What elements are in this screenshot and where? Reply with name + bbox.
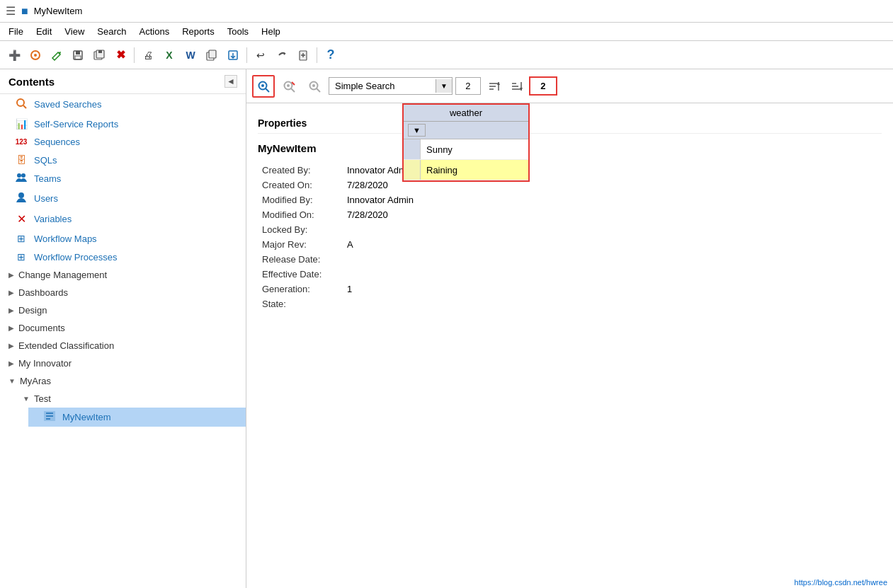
svg-point-19 <box>261 84 264 87</box>
sidebar-item-workflow-maps[interactable]: ⊞ Workflow Maps <box>0 229 246 248</box>
weather-option-raining[interactable]: Raining <box>421 162 528 178</box>
menu-edit[interactable]: Edit <box>30 25 57 38</box>
redo-button[interactable] <box>272 45 292 65</box>
sort-descending-button[interactable] <box>506 76 526 96</box>
sidebar-collapse-button[interactable]: ◄ <box>224 75 237 88</box>
undo-button[interactable]: ↩ <box>251 45 271 65</box>
weather-option-sunny[interactable]: Sunny <box>421 142 528 158</box>
group-change-management[interactable]: ▶ Change Management <box>0 266 246 284</box>
sort-ascending-button[interactable] <box>484 76 504 96</box>
main-layout: Contents ◄ Saved Searches 📊 Self-Service… <box>0 69 893 588</box>
svg-line-13 <box>23 105 26 108</box>
table-row: Release Date: <box>258 252 882 267</box>
sidebar-title: Contents <box>8 76 55 88</box>
group-design[interactable]: ▶ Design <box>0 301 246 319</box>
export-button[interactable] <box>223 45 243 65</box>
weather-option-row-sunny[interactable]: Sunny <box>404 139 528 160</box>
edit-button[interactable] <box>47 45 67 65</box>
users-icon <box>14 192 28 205</box>
search-result-count[interactable] <box>529 76 557 96</box>
svg-rect-3 <box>76 51 80 54</box>
sidebar-scroll[interactable]: Saved Searches 📊 Self-Service Reports 12… <box>0 94 246 588</box>
menu-reports[interactable]: Reports <box>176 25 220 38</box>
svg-point-14 <box>17 173 21 178</box>
teams-label: Teams <box>34 173 61 184</box>
sidebar-header: Contents ◄ <box>0 69 246 94</box>
sidebar-item-sqls[interactable]: 🗄 SQLs <box>0 151 246 169</box>
search-execute-button[interactable] <box>252 75 275 98</box>
test-children: MyNewItem <box>17 408 246 427</box>
search-clear-button[interactable] <box>278 75 300 98</box>
generation-value: 1 <box>343 282 882 296</box>
excel-button[interactable]: X <box>159 45 179 65</box>
sidebar-item-mynewitem[interactable]: MyNewItem <box>28 408 246 427</box>
weather-dropdown-controls: ▼ <box>404 122 528 139</box>
svg-line-27 <box>317 88 320 92</box>
group-documents[interactable]: ▶ Documents <box>0 319 246 337</box>
svg-point-12 <box>17 99 24 106</box>
table-row: Locked By: <box>258 222 882 237</box>
sidebar-item-workflow-processes[interactable]: ⊞ Workflow Processes <box>0 248 246 266</box>
weather-option-row-raining[interactable]: Raining <box>404 160 528 180</box>
group-dashboards[interactable]: ▶ Dashboards <box>0 284 246 301</box>
sidebar-item-sequences[interactable]: 123 Sequences <box>0 133 246 151</box>
item-name: MyNewItem <box>258 142 882 154</box>
chevron-right-icon: ▶ <box>8 342 14 350</box>
help-button[interactable]: ? <box>321 45 341 65</box>
status-bar-url: https://blog.csdn.net/hwree <box>795 578 887 587</box>
hamburger-icon[interactable]: ☰ <box>6 4 16 18</box>
effective-date-label: Effective Date: <box>258 267 343 282</box>
weather-dropdown-header: weather <box>404 105 528 122</box>
svg-point-22 <box>287 84 290 87</box>
search-type-select[interactable]: ▼ <box>329 77 453 95</box>
modified-on-value: 7/28/2020 <box>343 207 882 222</box>
menu-actions[interactable]: Actions <box>134 25 176 38</box>
mynewitem-icon <box>42 411 57 423</box>
delete-button[interactable]: ✖ <box>110 45 130 65</box>
mynewitem-label: MyNewItem <box>62 412 111 422</box>
sidebar-item-teams[interactable]: Teams <box>0 169 246 188</box>
sqls-label: SQLs <box>34 155 57 166</box>
menu-tools[interactable]: Tools <box>222 25 254 38</box>
table-row: Modified By: Innovator Admin <box>258 192 882 207</box>
title-bar: ☰ ■ MyNewItem <box>0 0 893 23</box>
sequences-icon: 123 <box>14 138 28 146</box>
chevron-right-icon: ▶ <box>8 359 14 367</box>
table-row: Major Rev: A <box>258 237 882 252</box>
variables-icon: ✕ <box>14 212 28 226</box>
sidebar-item-variables[interactable]: ✕ Variables <box>0 209 246 229</box>
search-count-input[interactable] <box>455 77 481 95</box>
save-copy-button[interactable] <box>89 45 109 65</box>
chevron-right-icon: ▶ <box>8 306 14 314</box>
sidebar-item-saved-searches[interactable]: Saved Searches <box>0 94 246 115</box>
print-button[interactable]: 🖨 <box>138 45 158 65</box>
content-area: ▼ <box>246 69 893 588</box>
word-button[interactable]: W <box>181 45 200 65</box>
new-doc-button[interactable] <box>293 45 313 65</box>
copy-button[interactable] <box>202 45 222 65</box>
state-label: State: <box>258 296 343 311</box>
table-row: State: <box>258 296 882 311</box>
menu-file[interactable]: File <box>3 25 29 38</box>
save-button[interactable] <box>68 45 88 65</box>
chevron-right-icon: ▶ <box>8 271 14 279</box>
group-extended-classification[interactable]: ▶ Extended Classification <box>0 337 246 354</box>
weather-dropdown-toggle[interactable]: ▼ <box>408 124 426 137</box>
sqls-icon: 🗄 <box>14 154 28 166</box>
svg-point-15 <box>21 173 25 178</box>
menu-help[interactable]: Help <box>256 25 286 38</box>
group-my-innovator[interactable]: ▶ My Innovator <box>0 354 246 372</box>
menu-view[interactable]: View <box>59 25 90 38</box>
sidebar-item-users[interactable]: Users <box>0 188 246 209</box>
group-design-label: Design <box>18 305 47 316</box>
sidebar-item-test[interactable]: ▼ Test <box>17 390 246 408</box>
open-button[interactable] <box>25 45 45 65</box>
new-button[interactable]: ➕ <box>4 45 24 65</box>
menu-search[interactable]: Search <box>91 25 132 38</box>
search-saved-button[interactable] <box>303 75 326 98</box>
search-type-input[interactable] <box>329 78 436 94</box>
sidebar-item-reports[interactable]: 📊 Self-Service Reports <box>0 115 246 133</box>
generation-label: Generation: <box>258 282 343 296</box>
search-type-dropdown-arrow[interactable]: ▼ <box>436 79 452 93</box>
group-myaras[interactable]: ▼ MyAras <box>0 372 246 390</box>
